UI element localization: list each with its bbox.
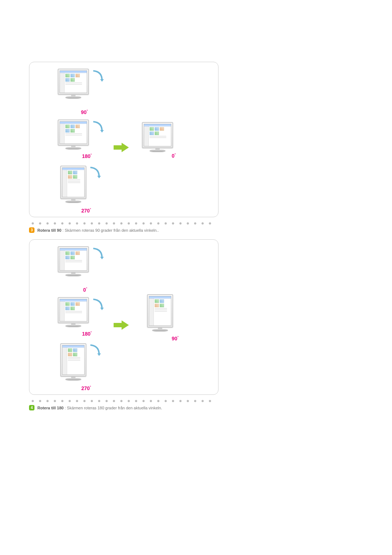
caption-desc-3: Skärmen roteras 90 grader från den aktue… [65, 228, 159, 232]
angle-label-270: 270° [81, 385, 91, 391]
angle-label-90: 90° [81, 109, 88, 115]
caption-row-4: 4 Rotera till 180 : Skärmen roteras 180 … [29, 405, 363, 410]
curve-arrow-icon [91, 298, 106, 312]
monitor-result [147, 294, 173, 331]
rotation-diagram-2: 0° 180° [29, 239, 219, 395]
caption-desc-4: Skärmen roteras 180 grader från den aktu… [67, 406, 162, 410]
document-page: 90° 180° [0, 0, 392, 446]
monitor-bottom [60, 166, 86, 203]
bullet-3-icon: 3 [29, 227, 34, 233]
monitor-bottom [60, 343, 86, 380]
arrow-right-icon [113, 320, 130, 331]
caption-sep-3: : [61, 228, 65, 232]
curve-arrow-icon [91, 247, 106, 262]
caption-title-4: Rotera till 180 [37, 406, 64, 410]
bullet-4-icon: 4 [29, 405, 34, 410]
caption-row-3: 3 Rotera till 90 : Skärmen roteras 90 gr… [29, 227, 363, 233]
angle-label-result-0: 0° [172, 153, 176, 159]
rotation-diagram-1: 90° 180° [29, 62, 219, 217]
caption-title-3: Rotera till 90 [37, 228, 61, 232]
curve-arrow-icon [91, 69, 106, 84]
separator-dots: ● ● ● ● ● ● ● ● ● ● ● ● ● ● ● ● ● ● ● ● … [31, 398, 216, 404]
angle-label-180: 180° [82, 331, 92, 337]
monitor-result [142, 122, 173, 152]
monitor-middle [58, 297, 89, 327]
angle-label-270: 270° [81, 207, 91, 214]
angle-label-result-90: 90° [172, 335, 179, 341]
monitor-top [58, 246, 89, 276]
caption-sep-4: : [64, 406, 67, 410]
angle-label-180: 180° [82, 153, 92, 159]
curve-arrow-icon [91, 120, 106, 135]
monitor-middle [58, 119, 89, 149]
curve-arrow-icon [88, 166, 103, 181]
separator-dots: ● ● ● ● ● ● ● ● ● ● ● ● ● ● ● ● ● ● ● ● … [31, 220, 216, 226]
arrow-right-icon [113, 142, 130, 153]
monitor-top [58, 69, 89, 98]
angle-label-0: 0° [83, 287, 87, 293]
curve-arrow-icon [88, 344, 103, 358]
